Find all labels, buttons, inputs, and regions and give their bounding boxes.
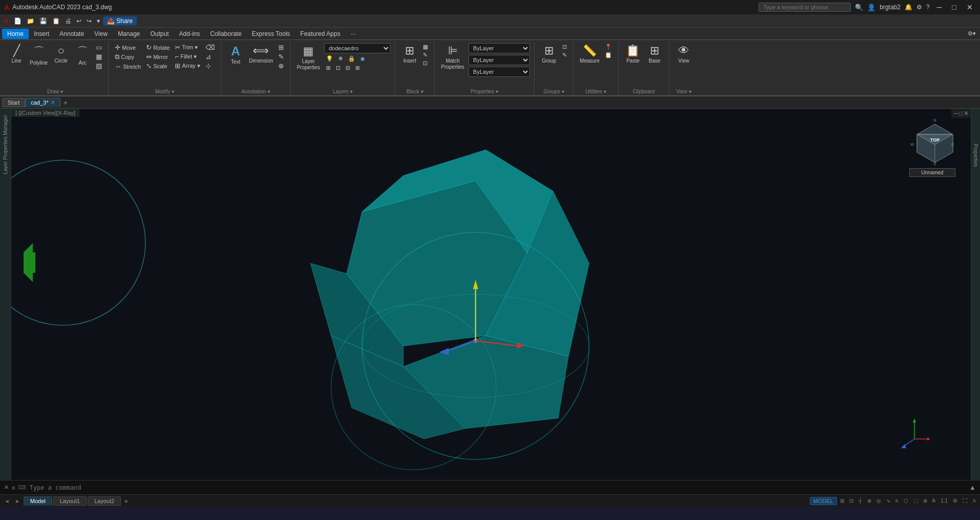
viewcube-label[interactable]: Unnamed (909, 168, 955, 177)
polyline-button[interactable]: ⌒ Polyline (28, 43, 50, 67)
menu-home[interactable]: Home (2, 29, 29, 39)
arc-button[interactable]: ⌒ Arc (72, 43, 93, 67)
view-button[interactable]: 👁 View (673, 43, 694, 65)
layout-left-scroll[interactable]: ◄ (2, 497, 12, 505)
array-button[interactable]: ⊞ Array ▾ (173, 62, 202, 70)
circle-button[interactable]: ○ Circle (51, 43, 71, 65)
minimize-button[interactable]: ─ (934, 2, 945, 12)
group-button[interactable]: ⊞ Group (539, 43, 559, 65)
annotation-visibility-button[interactable]: A (930, 497, 938, 505)
measure-button[interactable]: 📏 Measure (578, 43, 602, 65)
trim-button[interactable]: ✂ Trim ▾ (173, 43, 202, 52)
center-mark-button[interactable]: ⊕ (276, 62, 286, 70)
canvas-area[interactable]: ✕ TOP S N W E Unnamed (11, 109, 971, 480)
mirror-button[interactable]: ⇔ Mirror (144, 52, 172, 61)
snap-button[interactable]: ⊡ (847, 497, 855, 505)
erase-button[interactable]: ⌫ (203, 43, 217, 52)
line-button[interactable]: ╱ Line (6, 43, 27, 65)
ortho-button[interactable]: ┼ (856, 497, 864, 505)
customization-button[interactable]: ≡ (971, 497, 978, 505)
viewport-minimize-button[interactable]: ─ (953, 110, 958, 117)
layout-right-scroll[interactable]: ► (13, 497, 23, 505)
redo-button[interactable]: ↪ (85, 16, 94, 26)
new-tab-button[interactable]: + (60, 97, 71, 108)
layer-more2-button[interactable]: ⊡ (334, 64, 342, 72)
hatch-button[interactable]: ▦ (94, 52, 104, 61)
dimension-button[interactable]: ⟺ Dimension (247, 43, 275, 65)
gizmo-button[interactable]: ⊛ (921, 497, 929, 505)
explode-button[interactable]: ⊹ (203, 62, 217, 70)
viewport-close-button[interactable]: ✕ (964, 110, 969, 117)
fillet-button[interactable]: ⌐ Fillet ▾ (173, 52, 202, 61)
layer-properties-manager-tab[interactable]: Layer Properties Manager (2, 111, 9, 178)
linetype-dropdown[interactable]: ByLayer (468, 55, 530, 65)
define-attributes-button[interactable]: ✎ (421, 51, 430, 59)
properties-panel-tab[interactable]: Properties (972, 139, 979, 171)
menu-more[interactable]: ··· (345, 29, 361, 39)
insert-button[interactable]: ⊞ Insert (399, 43, 420, 65)
list-button[interactable]: 📋 (603, 51, 614, 59)
annotation-scale-button[interactable]: 1:1 (938, 497, 950, 505)
rectangle-button[interactable]: ▭ (94, 43, 104, 52)
search-input[interactable] (759, 3, 851, 12)
layer-dropdown[interactable]: dodecaedro (324, 43, 391, 53)
command-clear-button[interactable]: ✕ (4, 484, 9, 491)
layer-freeze-button[interactable]: ❄ (336, 54, 345, 63)
id-button[interactable]: 📍 (603, 43, 614, 51)
move-button[interactable]: ✛ Move (113, 43, 143, 52)
command-expand-button[interactable]: ▲ (969, 484, 976, 491)
lineweight-dropdown[interactable]: ByLayer (468, 67, 530, 77)
selection-button[interactable]: ⬚ (911, 497, 920, 505)
help-icon[interactable]: ? (926, 4, 930, 11)
model-space-button[interactable]: MODEL (810, 497, 837, 505)
layer-lock-button[interactable]: 🔒 (346, 54, 357, 63)
workspace-dropdown[interactable]: ⚙▾ (966, 29, 978, 38)
viewport[interactable]: [-][Custom View][X-Ray] ─ □ ✕ (11, 109, 971, 480)
workspace-switching-button[interactable]: ⚙ (951, 497, 959, 505)
view-cube[interactable]: TOP S N W E Unnamed (909, 119, 955, 165)
layer-more4-button[interactable]: ⊞ (353, 64, 362, 72)
rotate-button[interactable]: ↻ Rotate (144, 43, 172, 52)
layer-off-button[interactable]: 💡 (324, 54, 335, 63)
stretch-button[interactable]: ↔ Stretch (113, 62, 143, 71)
settings-icon[interactable]: ⚙ (916, 4, 922, 11)
maximize-button[interactable]: □ (949, 2, 959, 12)
layer-properties-button[interactable]: ▦ Layer Properties (295, 44, 322, 71)
copy-button[interactable]: ⧉ Copy (113, 52, 143, 62)
menu-addins[interactable]: Add-ins (174, 29, 205, 39)
color-dropdown[interactable]: ByLayer (468, 43, 530, 53)
ungroup-button[interactable]: ⊡ (560, 43, 569, 51)
create-block-button[interactable]: ▦ (421, 43, 430, 51)
share-button[interactable]: 📤 Share (103, 16, 137, 26)
menu-manage[interactable]: Manage (113, 29, 145, 39)
menu-annotate[interactable]: Annotate (54, 29, 89, 39)
notifications-icon[interactable]: 🔔 (905, 4, 912, 11)
menu-view[interactable]: View (89, 29, 113, 39)
command-input[interactable] (29, 484, 966, 491)
text-button[interactable]: A Text (226, 43, 246, 66)
plot-button[interactable]: 🖨 (63, 16, 73, 26)
layer-more1-button[interactable]: ⊞ (324, 64, 333, 72)
grid-button[interactable]: ⊞ (838, 497, 846, 505)
save-as-button[interactable]: 📋 (50, 16, 62, 26)
menu-collaborate[interactable]: Collaborate (205, 29, 247, 39)
group-edit-button[interactable]: ✎ (560, 51, 569, 59)
start-tab[interactable]: Start (2, 98, 25, 107)
new-button[interactable]: 📄 (12, 16, 24, 26)
save-button[interactable]: 💾 (37, 16, 49, 26)
polar-button[interactable]: ⊕ (865, 497, 873, 505)
layout1-tab[interactable]: Layout1 (53, 496, 87, 506)
menu-insert[interactable]: Insert (29, 29, 54, 39)
viewport-maximize-button[interactable]: □ (959, 110, 963, 117)
undo-button[interactable]: ↩ (74, 16, 84, 26)
model-tab[interactable]: Model (24, 496, 52, 506)
block-editor-button[interactable]: ⊡ (421, 59, 430, 67)
offset-button[interactable]: ⊿ (203, 52, 217, 61)
menu-featured-apps[interactable]: Featured Apps (295, 29, 345, 39)
scale-button[interactable]: ⤡ Scale (144, 62, 172, 70)
open-button[interactable]: 📁 (25, 16, 36, 26)
fullscreen-button[interactable]: ⛶ (961, 497, 970, 505)
markup-button[interactable]: ✎ (276, 52, 286, 61)
autocad-icon-button[interactable]: A (2, 16, 11, 26)
otrack-button[interactable]: ∿ (884, 497, 892, 505)
